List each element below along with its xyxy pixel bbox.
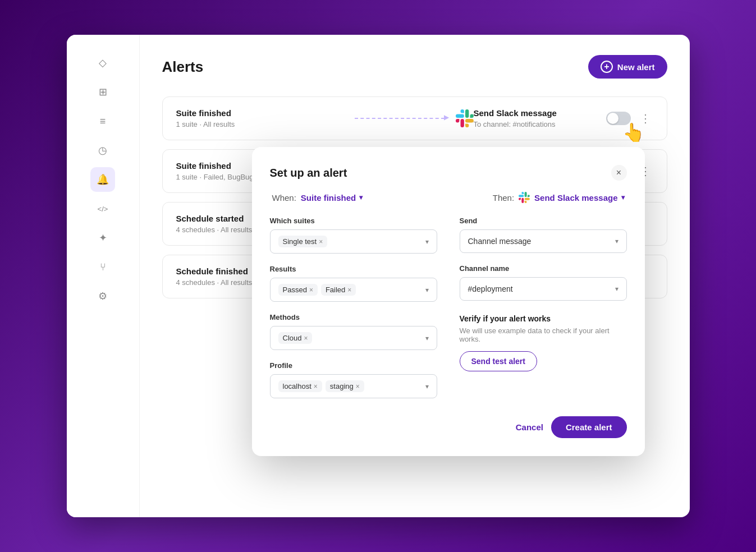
result-tag-passed: Passed ×	[278, 284, 318, 296]
then-value: Send Slack message	[534, 193, 617, 203]
profile-group: Profile localhost × staging × ▾	[270, 361, 437, 398]
channel-name-label: Channel name	[460, 264, 627, 273]
alert-action-1: Send Slack message To channel: #notifica…	[474, 108, 597, 128]
suite-tag-remove[interactable]: ×	[319, 238, 323, 246]
modal-close-button[interactable]: ×	[611, 165, 627, 181]
left-col: Which suites Single test × ▾ Results	[270, 217, 437, 398]
page-header: Alerts + New alert	[162, 55, 667, 79]
result-tag-passed-remove[interactable]: ×	[309, 286, 313, 294]
result-tag-failed: Failed ×	[321, 284, 356, 296]
gear-icon: ⚙	[98, 291, 107, 301]
list-icon: ≡	[100, 116, 106, 126]
alert-trigger-title-1: Suite finished	[176, 108, 343, 118]
methods-label: Methods	[270, 313, 437, 321]
verify-title: Verify if your alert works	[460, 314, 627, 323]
alert-trigger-sub-1: 1 suite · All results	[176, 120, 343, 128]
form-grid: Which suites Single test × ▾ Results	[270, 217, 627, 398]
modal-footer: Cancel Create alert	[270, 416, 627, 438]
clock-icon: ◷	[98, 145, 107, 155]
channel-name-group: Channel name #deployment ▾	[460, 264, 627, 301]
alert-menu-1[interactable]: ⋮	[638, 109, 653, 127]
result-tag-passed-label: Passed	[283, 286, 307, 294]
when-then-row: When: Suite finished ▾ Then:	[270, 192, 627, 203]
result-tag-failed-remove[interactable]: ×	[347, 286, 351, 294]
results-group: Results Passed × Failed × ▾	[270, 265, 437, 302]
send-test-button[interactable]: Send test alert	[460, 351, 537, 371]
plus-icon: +	[601, 61, 613, 73]
alert-trigger-1: Suite finished 1 suite · All results	[176, 108, 343, 128]
diamond-icon: ◇	[99, 58, 107, 68]
cancel-button[interactable]: Cancel	[516, 422, 543, 432]
verify-section: Verify if your alert works We will use e…	[460, 314, 627, 371]
sidebar-item-settings[interactable]: ⚙	[90, 284, 115, 309]
channel-name-select[interactable]: #deployment ▾	[460, 277, 627, 301]
send-group: Send Channel message ▾	[460, 217, 627, 253]
sidebar-item-history[interactable]: ◷	[90, 138, 115, 163]
main-content: Alerts + New alert Suite finished 1 suit…	[140, 35, 690, 517]
results-select[interactable]: Passed × Failed × ▾	[270, 278, 437, 302]
send-chevron: ▾	[615, 237, 618, 245]
modal-header: Set up an alert ×	[270, 165, 627, 181]
suite-tag-label: Single test	[283, 237, 317, 246]
alert-toggle-1[interactable]	[606, 112, 631, 125]
page-title: Alerts	[162, 58, 204, 76]
when-condition-button[interactable]: Suite finished ▾	[301, 193, 363, 203]
slack-icon-1	[456, 109, 474, 127]
sidebar: ◇ ⊞ ≡ ◷ 🔔 </> ✦ ⑂ ⚙	[67, 35, 140, 517]
sidebar-item-list[interactable]: ≡	[90, 109, 115, 134]
results-label: Results	[270, 265, 437, 273]
result-tag-failed-label: Failed	[326, 286, 345, 294]
sidebar-item-layers[interactable]: ⊞	[90, 80, 115, 104]
alert-arrow-1	[343, 118, 456, 119]
send-value: Channel message	[468, 237, 532, 246]
layers-icon: ⊞	[99, 87, 107, 97]
send-select[interactable]: Channel message ▾	[460, 229, 627, 253]
profile-select[interactable]: localhost × staging × ▾	[270, 374, 437, 398]
profile-tag-localhost-remove[interactable]: ×	[314, 383, 318, 390]
setup-alert-modal: Set up an alert × When: Suite finished ▾…	[252, 147, 645, 456]
then-section: Then: Send Slack message ▾	[493, 192, 625, 203]
create-alert-button[interactable]: Create alert	[551, 416, 627, 438]
method-tag-cloud-remove[interactable]: ×	[304, 334, 308, 342]
profile-tag-staging-label: staging	[330, 382, 354, 390]
channel-name-value: #deployment	[468, 284, 513, 293]
when-value: Suite finished	[301, 193, 356, 203]
slack-icon-modal	[519, 192, 530, 203]
git-icon: ⑂	[100, 262, 106, 272]
modal-title: Set up an alert	[270, 167, 347, 180]
when-label: When:	[272, 193, 296, 203]
which-suites-chevron: ▾	[425, 238, 429, 246]
send-label: Send	[460, 217, 627, 225]
verify-sub: We will use example data to check if you…	[460, 326, 627, 343]
methods-select[interactable]: Cloud × ▾	[270, 326, 437, 350]
sidebar-item-code[interactable]: </>	[90, 196, 115, 221]
new-alert-label: New alert	[617, 62, 655, 72]
methods-group: Methods Cloud × ▾	[270, 313, 437, 350]
methods-chevron: ▾	[425, 334, 429, 342]
sidebar-item-alerts[interactable]: 🔔	[90, 167, 115, 192]
send-test-label: Send test alert	[471, 357, 525, 366]
profile-tag-staging: staging ×	[326, 380, 364, 392]
profile-tag-localhost-label: localhost	[283, 382, 311, 390]
star-icon: ✦	[99, 233, 107, 243]
profile-tag-localhost: localhost ×	[278, 380, 322, 392]
profile-tag-staging-remove[interactable]: ×	[356, 383, 360, 390]
sidebar-item-diamond[interactable]: ◇	[90, 50, 115, 75]
then-chevron-icon: ▾	[621, 194, 625, 201]
then-label: Then:	[493, 193, 514, 203]
toggle-thumb-1	[607, 113, 618, 124]
which-suites-select[interactable]: Single test × ▾	[270, 229, 437, 254]
dashed-line-1	[355, 118, 445, 119]
alert-card-1: Suite finished 1 suite · All results Sen…	[162, 96, 667, 140]
alert-action-title-1: Send Slack message	[474, 108, 597, 118]
which-suites-label: Which suites	[270, 217, 437, 225]
bell-icon: 🔔	[97, 174, 109, 185]
profile-chevron: ▾	[425, 383, 429, 390]
new-alert-button[interactable]: + New alert	[588, 55, 667, 79]
sidebar-item-integrations[interactable]: ✦	[90, 226, 115, 250]
right-col: Send Channel message ▾ Channel name #dep…	[460, 217, 627, 398]
method-tag-cloud: Cloud ×	[278, 332, 313, 344]
results-chevron: ▾	[425, 286, 429, 294]
sidebar-item-git[interactable]: ⑂	[90, 255, 115, 279]
then-condition-button[interactable]: Send Slack message ▾	[534, 193, 624, 203]
